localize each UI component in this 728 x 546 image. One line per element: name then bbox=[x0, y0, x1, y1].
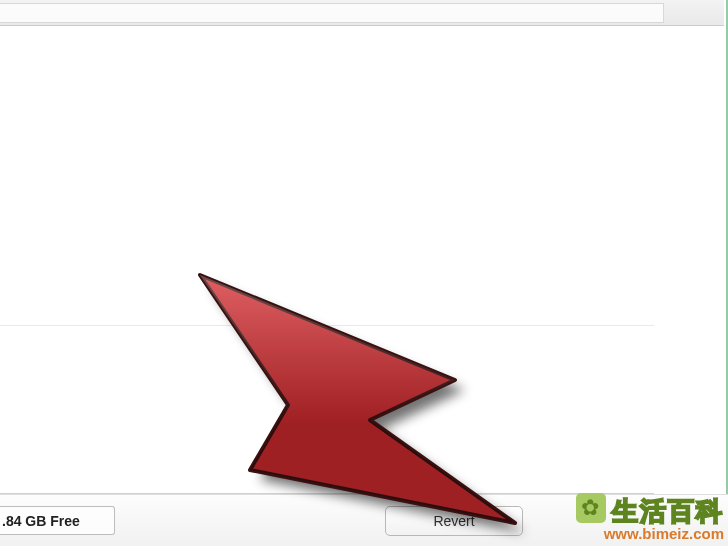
watermark-logo-icon bbox=[576, 493, 606, 523]
breadcrumb-field[interactable] bbox=[0, 3, 664, 23]
watermark-title: 生活百科 bbox=[612, 496, 724, 526]
free-space-text: .84 GB Free bbox=[2, 513, 80, 529]
top-toolbar bbox=[0, 0, 724, 26]
cursor-arrow-icon bbox=[170, 255, 570, 546]
watermark-url: www.bimeiz.com bbox=[576, 525, 724, 542]
watermark: 生活百科 www.bimeiz.com bbox=[576, 493, 724, 542]
free-space-indicator: .84 GB Free bbox=[0, 506, 115, 535]
svg-marker-2 bbox=[200, 275, 515, 523]
